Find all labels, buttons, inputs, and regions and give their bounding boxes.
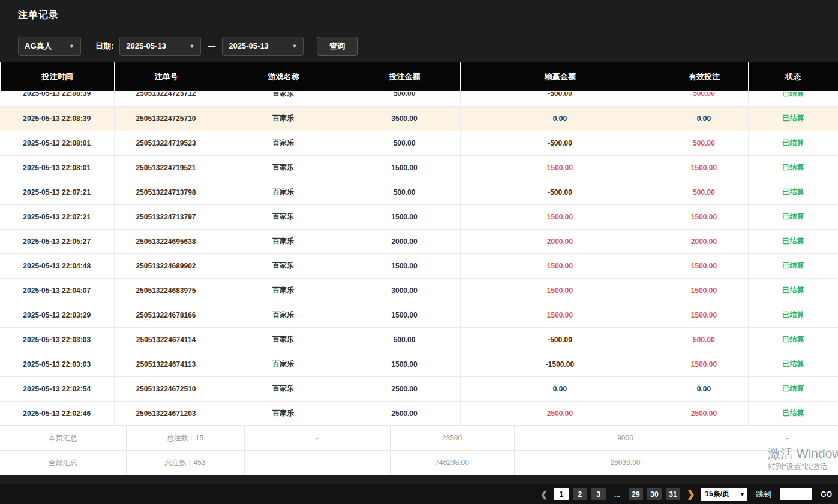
table-row[interactable]: 2025-05-13 22:03:29250513224678166百家乐150…: [0, 303, 838, 327]
col-header-winloss: 输赢金额: [461, 62, 660, 92]
cell-bet-amount: 500.00: [349, 131, 460, 155]
cell-bet-time: 2025-05-13 22:07:21: [0, 204, 114, 229]
next-page-icon[interactable]: ❯: [687, 488, 695, 500]
cell-order-no: 250513224674113: [114, 352, 218, 376]
col-header-bet-time: 投注时间: [1, 62, 115, 92]
cell-bet-amount: 1500.00: [349, 303, 460, 327]
cell-bet-amount: 1500.00: [349, 352, 460, 376]
page-summary-label: 本页汇总: [0, 426, 126, 451]
col-header-valid-bet: 有效投注: [660, 62, 749, 92]
all-summary-count: 总注数：453: [126, 451, 244, 475]
cell-winloss-amount: -500.00: [460, 131, 660, 155]
cell-bet-amount: 2000.00: [349, 229, 460, 253]
cell-order-no: 250513224719523: [114, 131, 218, 155]
cell-status: 已结算: [748, 180, 838, 204]
cell-game-name: 百家乐: [218, 352, 349, 376]
all-summary-row: 全部汇总 总注数：453 - 746298.00 25039.00 -: [0, 451, 838, 475]
go-button[interactable]: GO: [821, 490, 832, 499]
page-button[interactable]: 31: [666, 488, 680, 500]
table-row[interactable]: 2025-05-13 22:02:46250513224671203百家乐250…: [0, 401, 838, 425]
date-from-picker[interactable]: 2025-05-13 ▼: [119, 37, 201, 56]
table-row[interactable]: 2025-05-13 22:04:48250513224689902百家乐150…: [0, 253, 838, 278]
page-summary-bet: 23500: [390, 426, 514, 451]
date-label: 日期:: [95, 41, 113, 52]
col-header-status: 状态: [749, 62, 838, 92]
cell-bet-time: 2025-05-13 22:02:46: [0, 401, 114, 425]
table-row[interactable]: 2025-05-13 22:08:01250513224719521百家乐150…: [0, 155, 838, 180]
page-button[interactable]: 2: [573, 488, 587, 500]
page-button[interactable]: 30: [647, 488, 662, 500]
cell-game-name: 百家乐: [218, 229, 349, 253]
cell-bet-amount: 500.00: [349, 180, 460, 204]
page-summary-dash: -: [244, 426, 390, 451]
table-row[interactable]: 2025-05-13 22:08:39250513224725712百家乐500…: [0, 92, 838, 106]
table-row[interactable]: 2025-05-13 22:03:03250513224674114百家乐500…: [0, 327, 838, 352]
cell-game-name: 百家乐: [218, 106, 349, 131]
date-from-value: 2025-05-13: [126, 41, 166, 50]
cell-order-no: 250513224674114: [114, 327, 218, 352]
cell-status: 已结算: [748, 327, 838, 352]
cell-winloss-amount: 1500.00: [460, 303, 660, 327]
table-row[interactable]: 2025-05-13 22:05:27250513224695638百家乐200…: [0, 229, 838, 253]
cell-bet-time: 2025-05-13 22:03:29: [0, 303, 114, 327]
all-summary-dash: -: [244, 451, 390, 475]
cell-order-no: 250513224725710: [114, 106, 218, 131]
cell-valid-bet: 1500.00: [660, 155, 748, 180]
page-button[interactable]: 3: [591, 488, 606, 500]
cell-bet-time: 2025-05-13 22:08:39: [0, 106, 114, 131]
cell-winloss-amount: 0.00: [460, 376, 660, 401]
game-type-select[interactable]: AG真人 ▼: [18, 37, 81, 56]
table-row[interactable]: 2025-05-13 22:04:07250513224683975百家乐300…: [0, 278, 838, 303]
page-button[interactable]: 29: [629, 488, 643, 500]
cell-game-name: 百家乐: [218, 131, 349, 155]
cell-order-no: 250513224725712: [114, 92, 218, 106]
cell-valid-bet: 500.00: [660, 180, 748, 204]
bet-table: 2025-05-13 22:08:39250513224725712百家乐500…: [0, 92, 838, 425]
cell-bet-amount: 2500.00: [349, 401, 460, 425]
query-button[interactable]: 查询: [317, 37, 358, 56]
cell-game-name: 百家乐: [218, 253, 349, 278]
cell-valid-bet: 1500.00: [660, 303, 748, 327]
cell-winloss-amount: -1500.00: [460, 352, 660, 376]
table-row[interactable]: 2025-05-13 22:08:01250513224719523百家乐500…: [0, 131, 838, 155]
cell-valid-bet: 1500.00: [660, 204, 748, 229]
game-type-select-value: AG真人: [25, 41, 52, 52]
cell-bet-amount: 3000.00: [349, 278, 460, 303]
cell-status: 已结算: [748, 303, 838, 327]
pagination-bar: ❮ 123...293031 ❯ 15条/页 ▼ 跳到 GO: [0, 484, 838, 504]
table-row[interactable]: 2025-05-13 22:07:21250513224713798百家乐500…: [0, 180, 838, 204]
cell-valid-bet: 1500.00: [660, 278, 748, 303]
cell-status: 已结算: [748, 352, 838, 376]
cell-status: 已结算: [748, 131, 838, 155]
chevron-down-icon: ▼: [189, 43, 194, 49]
cell-order-no: 250513224713798: [114, 180, 218, 204]
page-summary-dash: -: [737, 426, 838, 451]
page-button[interactable]: 1: [554, 488, 569, 500]
table-row[interactable]: 2025-05-13 22:03:03250513224674113百家乐150…: [0, 352, 838, 376]
chevron-down-icon: ▼: [292, 43, 297, 49]
cell-winloss-amount: 2500.00: [460, 401, 660, 425]
cell-order-no: 250513224683975: [114, 278, 218, 303]
table-row[interactable]: 2025-05-13 22:08:39250513224725710百家乐350…: [0, 106, 838, 131]
cell-winloss-amount: 1500.00: [460, 155, 660, 180]
page-buttons: 123...293031: [554, 488, 680, 500]
cell-order-no: 250513224678166: [114, 303, 218, 327]
title-bar: 注单记录: [0, 0, 838, 30]
date-to-picker[interactable]: 2025-05-13 ▼: [222, 37, 304, 56]
prev-page-icon[interactable]: ❮: [540, 490, 548, 499]
cell-game-name: 百家乐: [218, 401, 349, 425]
table-row[interactable]: 2025-05-13 22:02:54250513224672510百家乐250…: [0, 376, 838, 401]
table-row[interactable]: 2025-05-13 22:07:21250513224713797百家乐150…: [0, 204, 838, 229]
jump-page-input[interactable]: [780, 488, 812, 500]
cell-status: 已结算: [748, 376, 838, 401]
date-range-separator: —: [208, 41, 215, 50]
bet-table-body-viewport[interactable]: 2025-05-13 22:08:39250513224725712百家乐500…: [0, 92, 838, 425]
cell-bet-amount: 1500.00: [349, 204, 460, 229]
cell-bet-time: 2025-05-13 22:04:07: [0, 278, 114, 303]
page-size-select[interactable]: 15条/页 ▼: [701, 488, 747, 501]
cell-winloss-amount: -500.00: [460, 92, 660, 106]
cell-status: 已结算: [748, 253, 838, 278]
cell-order-no: 250513224719521: [114, 155, 218, 180]
bet-table-body: 2025-05-13 22:08:39250513224725712百家乐500…: [0, 92, 838, 425]
cell-bet-amount: 500.00: [349, 327, 460, 352]
